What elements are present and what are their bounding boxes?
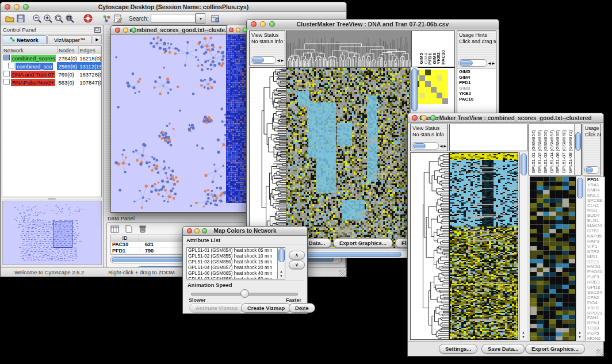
search-dropdown-icon[interactable]: ▼ [196, 13, 205, 24]
save-data-button[interactable]: Save Data... [481, 344, 525, 354]
attribute-list-item[interactable]: GPL51-01 (GSM854) heat shock 05 min [188, 248, 285, 254]
minimize-button[interactable] [260, 21, 266, 27]
network-table-col[interactable]: Edges [78, 46, 102, 54]
map-dialog-titlebar[interactable]: Map Colors to Network [183, 227, 307, 236]
tv1-gene-label[interactable]: PFD1 [459, 80, 496, 86]
close-button[interactable] [229, 28, 234, 32]
document-icon [8, 63, 14, 68]
animate-vizmap-button[interactable]: Animate Vizmap [189, 303, 244, 313]
dialog-resize-grip[interactable] [300, 306, 307, 313]
network-table-col[interactable]: Network [2, 46, 57, 54]
minimize-button[interactable] [123, 28, 128, 33]
zoom-button[interactable] [243, 28, 247, 32]
tv2-status-scrollbar[interactable] [412, 142, 439, 150]
network-table-row[interactable]: combined_sco2569(6)13112(15) [2, 62, 102, 70]
animation-speed-slider[interactable] [191, 289, 298, 297]
tv2-resize-grip[interactable] [596, 349, 603, 356]
tv2-zoom-vscrollbar[interactable]: ▲▼ [576, 177, 583, 340]
main-titlebar[interactable]: Cytoscape Desktop (Session Name: collins… [1, 2, 346, 12]
tv2-global-heatmap-wrap[interactable] [449, 152, 518, 340]
tv2-column-tree-area[interactable] [449, 124, 527, 151]
zoom-selected-icon[interactable] [53, 13, 64, 24]
tv1-column-dendrogram[interactable] [286, 30, 411, 67]
tv1-heatmap[interactable] [286, 67, 410, 248]
tv2-global-vscrollbar[interactable]: ▲▼ [519, 152, 527, 340]
tv1-row-dendrogram[interactable] [249, 67, 286, 248]
minimize-button[interactable] [14, 4, 20, 10]
treeview2-titlebar[interactable]: ClusterMaker TreeView : combined_scores_… [408, 113, 603, 123]
zoom-button[interactable] [23, 4, 29, 10]
close-button[interactable] [115, 28, 120, 33]
data-panel-col[interactable]: ID [111, 235, 139, 241]
network-table-row[interactable]: DNA and Tran 07769(0)183728(0) [2, 70, 102, 78]
network-table-row[interactable]: RNAPuberNov2+563(0)107847(0) [2, 78, 102, 86]
export-graphics-button[interactable]: Export Graphics... [333, 238, 393, 248]
tv1-gene-label[interactable]: GIM5 [459, 69, 496, 75]
zoom-in-icon[interactable] [43, 13, 53, 24]
close-button[interactable] [412, 115, 418, 121]
minimize-button[interactable] [236, 28, 240, 32]
tv1-status-scrollbar[interactable] [251, 56, 276, 64]
zoom-button[interactable] [430, 115, 436, 121]
help-icon[interactable] [82, 13, 93, 24]
close-button[interactable] [5, 4, 10, 10]
tv2-gene-list[interactable]: PFD1YRA1RNR4MSL1SPC98CLN1NIS1BUD4ELG1MAK… [585, 177, 605, 342]
network-table-row[interactable]: combined_scores2764(0)16218(0) [2, 54, 102, 62]
tv2-labels-vscrollbar[interactable] [574, 124, 581, 175]
attribute-browser-icon[interactable] [210, 13, 221, 24]
tab-overflow-arrow[interactable]: ▶ [93, 35, 102, 44]
dense-network-view[interactable] [226, 35, 248, 203]
attribute-list-vscrollbar[interactable]: ▲▼ [277, 248, 285, 279]
attribute-list-item[interactable]: GPL51-04 (GSM857) heat shock 20 min [188, 265, 285, 271]
tv1-gene-label[interactable]: GIM3 [459, 86, 496, 91]
close-button[interactable] [187, 228, 192, 233]
float-panel-icon[interactable] [94, 25, 101, 35]
attribute-list-item[interactable]: GPL51-03 (GSM856) heat shock 15 min [188, 259, 285, 265]
new-attribute-icon[interactable] [123, 224, 134, 234]
tv1-gene-label[interactable]: YKE2 [459, 91, 496, 97]
tv1-gene-list[interactable]: GIM5GIM4PFD1GIM3YKE2PAC10 [457, 68, 496, 102]
main-resize-grip[interactable] [339, 270, 346, 277]
export-graphics-button[interactable]: Export Graphics... [525, 344, 585, 354]
move-down-button[interactable]: ∨ [289, 260, 305, 269]
annotation-icon[interactable] [112, 13, 123, 24]
close-button[interactable] [251, 21, 257, 27]
attribute-list-item[interactable]: GPL51-02 (GSM855) heat shock 10 min [188, 254, 285, 259]
attribute-listbox[interactable]: GPL51-01 (GSM854) heat shock 05 minGPL51… [186, 247, 285, 279]
attribute-list-item[interactable]: GPL51-07 (GSM868) heat shock 60 min [188, 277, 285, 279]
save-session-icon[interactable] [15, 13, 26, 24]
tab-vizmapper[interactable]: VizMapper™ [47, 35, 92, 44]
network-view-icon[interactable] [101, 13, 112, 24]
scroll-left-icon[interactable]: ◀ [277, 58, 280, 62]
zoom-button[interactable] [202, 228, 207, 233]
tv2-row-dendrogram[interactable] [410, 152, 449, 340]
minimize-button[interactable] [194, 228, 200, 233]
zoom-out-icon[interactable] [32, 13, 43, 24]
zoom-button[interactable] [269, 21, 275, 27]
open-session-icon[interactable] [4, 13, 15, 24]
tv1-zoom-heatmap[interactable] [414, 70, 448, 104]
search-input[interactable] [151, 14, 196, 23]
create-vizmap-button[interactable]: Create Vizmap [241, 303, 291, 313]
network-overview[interactable] [2, 201, 102, 265]
tv1-hints-scrollbar[interactable] [458, 59, 487, 67]
tab-network[interactable]: Network [2, 35, 47, 44]
tv2-hints-scrollbar[interactable] [584, 166, 599, 174]
tv1-gene-label[interactable]: GIM4 [459, 75, 496, 81]
zoom-button[interactable] [131, 28, 136, 33]
hidden-view-titlebar[interactable] [226, 25, 248, 35]
settings-button[interactable]: Settings... [439, 344, 477, 354]
minimize-button[interactable] [421, 115, 427, 121]
attribute-list-item[interactable]: GPL51-06 (GSM865) heat shock 40 min [188, 271, 285, 277]
network-table-col[interactable]: Nodes [57, 46, 78, 54]
move-up-button[interactable]: ∧ [289, 251, 305, 259]
delete-attribute-icon[interactable] [137, 224, 148, 234]
zoom-fit-icon[interactable] [64, 13, 75, 24]
tv2-zoom-heatmap[interactable] [530, 177, 576, 341]
scroll-right-icon[interactable]: ▶ [281, 58, 284, 62]
slider-thumb[interactable] [240, 289, 249, 298]
tv2-column-label: GPL51-06 (GSM865) [555, 130, 560, 174]
select-attributes-icon[interactable] [109, 224, 120, 234]
tv1-gene-label[interactable]: PAC10 [459, 97, 496, 102]
treeview1-titlebar[interactable]: ClusterMaker TreeView : DNA and Tran 07-… [247, 20, 499, 29]
